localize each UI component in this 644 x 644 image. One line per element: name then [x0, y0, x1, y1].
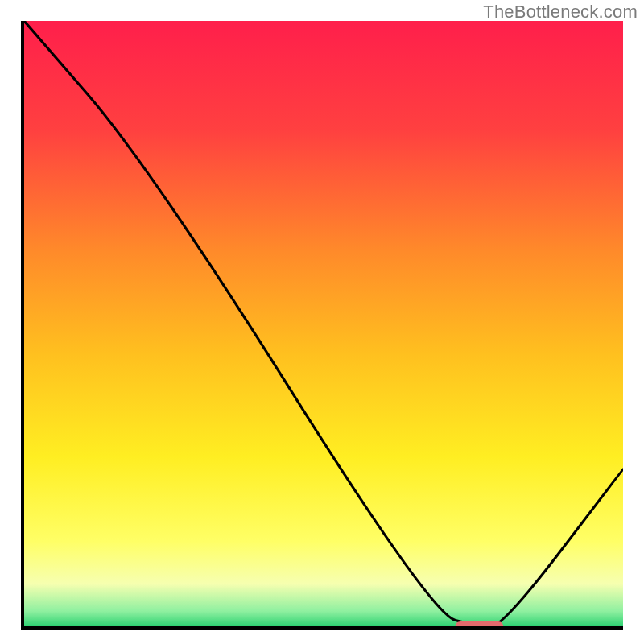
plot-area	[24, 21, 623, 626]
watermark-text: TheBottleneck.com	[483, 2, 638, 23]
svg-rect-1	[456, 621, 504, 626]
chart-root: TheBottleneck.com	[0, 0, 644, 644]
sweet-spot-marker	[24, 21, 623, 626]
